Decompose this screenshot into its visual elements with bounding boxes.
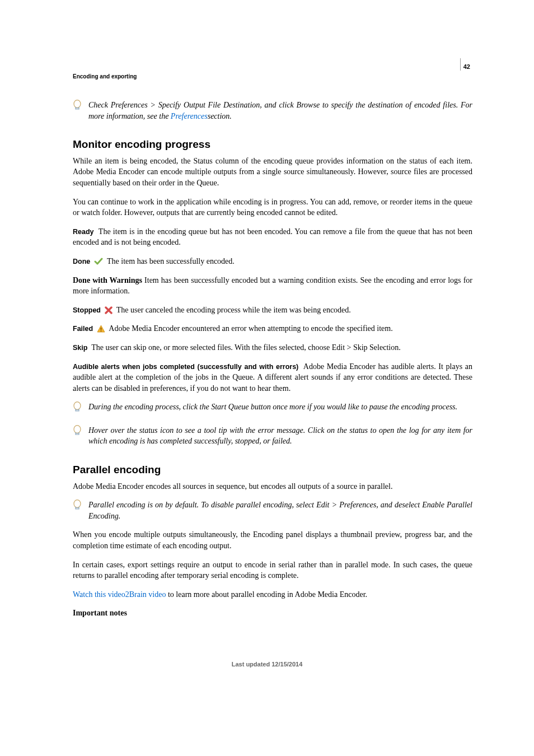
- tip-text: Hover over the status icon to see a tool…: [88, 425, 472, 447]
- def-skip: Skip The user can skip one, or more sele…: [73, 342, 472, 353]
- desc-ready: The item is in the encoding queue but ha…: [73, 227, 472, 247]
- x-icon: [105, 306, 113, 314]
- term-ready: Ready: [73, 228, 94, 236]
- def-failed: Failed Adobe Media Encoder encountered a…: [73, 323, 472, 334]
- def-ready: Ready The item is in the encoding queue …: [73, 226, 472, 248]
- tip-text: Check Preferences > Specify Output File …: [88, 100, 472, 122]
- def-done-warnings: Done with Warnings Item has been success…: [73, 275, 472, 297]
- tip-parallel-default: Parallel encoding is on by default. To d…: [73, 500, 472, 521]
- lightbulb-icon: [73, 100, 83, 122]
- heading-parallel: Parallel encoding: [73, 463, 472, 478]
- svg-point-0: [74, 100, 81, 108]
- parallel-para-1: Adobe Media Encoder encodes all sources …: [73, 481, 472, 492]
- def-done: Done The item has been successfully enco…: [73, 256, 472, 267]
- tip-text: During the encoding process, click the S…: [88, 402, 472, 417]
- parallel-para-3: In certain cases, export settings requir…: [73, 559, 472, 581]
- term-done: Done: [73, 258, 90, 265]
- tip-output-destination: Check Preferences > Specify Output File …: [73, 100, 472, 122]
- tip-text-after: section.: [208, 112, 232, 120]
- def-stopped: Stopped The user canceled the encoding p…: [73, 305, 472, 316]
- video2brain-link[interactable]: Watch this video2Brain video: [73, 590, 166, 599]
- svg-point-6: [74, 426, 81, 433]
- warning-icon: [97, 324, 105, 333]
- svg-point-3: [101, 330, 102, 332]
- lightbulb-icon: [73, 402, 83, 417]
- parallel-para-2: When you encode multiple outputs simulta…: [73, 529, 472, 551]
- desc-failed: Adobe Media Encoder encountered an error…: [109, 324, 392, 333]
- video-line-after: to learn more about parallel encoding in…: [166, 590, 367, 599]
- term-done-warnings: Done with Warnings: [73, 276, 142, 284]
- desc-skip: The user can skip one, or more selected …: [91, 343, 401, 352]
- svg-point-8: [74, 500, 81, 508]
- lightbulb-icon: [73, 425, 83, 447]
- svg-point-4: [74, 402, 81, 410]
- heading-monitor: Monitor encoding progress: [73, 137, 472, 152]
- check-icon: [94, 257, 103, 265]
- running-head: Encoding and exporting: [73, 73, 472, 81]
- tip-text-before: Check Preferences > Specify Output File …: [88, 101, 472, 120]
- term-skip: Skip: [73, 344, 87, 352]
- tip-hover-status: Hover over the status icon to see a tool…: [73, 425, 472, 447]
- tip-pause-queue: During the encoding process, click the S…: [73, 402, 472, 417]
- term-audible: Audible alerts when jobs completed (succ…: [73, 363, 298, 371]
- parallel-video-line: Watch this video2Brain video to learn mo…: [73, 589, 472, 600]
- page-content: Encoding and exporting Check Preferences…: [0, 0, 534, 619]
- def-audible: Audible alerts when jobs completed (succ…: [73, 361, 472, 394]
- important-notes-label: Important notes: [73, 609, 127, 617]
- monitor-para-1: While an item is being encoded, the Stat…: [73, 156, 472, 189]
- preferences-link[interactable]: Preferences: [171, 112, 208, 120]
- term-stopped: Stopped: [73, 306, 101, 314]
- term-failed: Failed: [73, 325, 93, 333]
- desc-stopped: The user canceled the encoding process w…: [116, 306, 351, 314]
- tip-text: Parallel encoding is on by default. To d…: [88, 500, 472, 521]
- important-notes: Important notes: [73, 608, 472, 619]
- monitor-para-2: You can continue to work in the applicat…: [73, 197, 472, 218]
- desc-done: The item has been successfully encoded.: [107, 257, 235, 265]
- footer-last-updated: Last updated 12/15/2014: [0, 660, 534, 669]
- lightbulb-icon: [73, 500, 83, 521]
- page-number: 42: [463, 63, 470, 71]
